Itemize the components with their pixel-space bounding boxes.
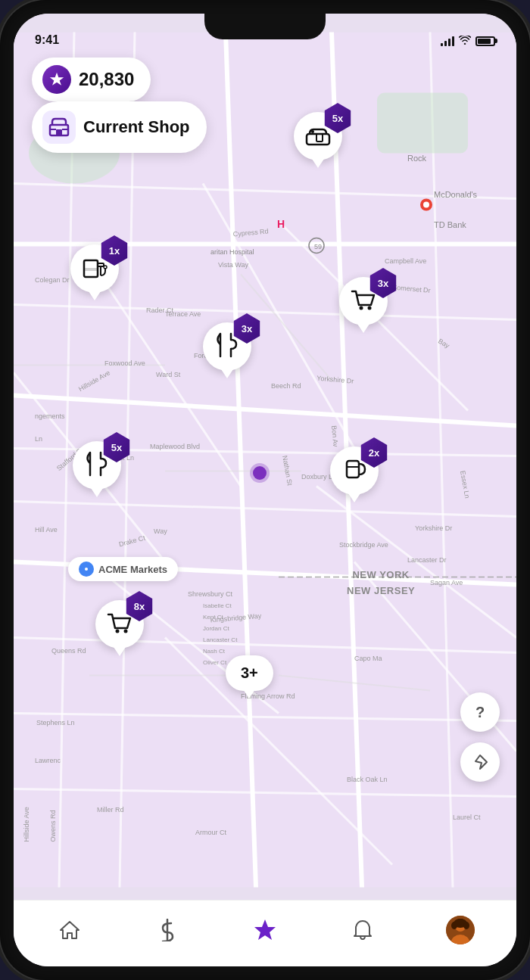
svg-text:Stockbridge Ave: Stockbridge Ave — [339, 541, 388, 549]
svg-text:Foxwood Ave: Foxwood Ave — [104, 359, 145, 367]
bottom-nav — [14, 900, 516, 966]
user-location-dot — [253, 466, 267, 480]
svg-text:Nash Ct: Nash Ct — [203, 648, 226, 655]
svg-text:Sagan Ave: Sagan Ave — [430, 579, 463, 586]
svg-text:Capo Ma: Capo Ma — [354, 655, 382, 662]
svg-text:Stephens Ln: Stephens Ln — [36, 719, 75, 726]
svg-point-114 — [85, 568, 88, 571]
svg-text:Armour Ct: Armour Ct — [195, 829, 227, 836]
map-pin-gas[interactable]: 1x — [70, 244, 119, 293]
svg-text:Jordan Ct: Jordan Ct — [203, 625, 229, 632]
svg-text:Ln: Ln — [35, 435, 42, 443]
shopping-cart-icon — [351, 288, 376, 314]
wifi-icon — [459, 35, 471, 47]
svg-text:Vista Way: Vista Way — [218, 261, 249, 269]
info-bubble-3plus[interactable]: 3+ — [226, 655, 273, 691]
svg-text:ngements: ngements — [35, 412, 65, 420]
svg-text:59: 59 — [314, 243, 322, 250]
map-pin-food2[interactable]: 5x — [73, 441, 121, 490]
map-background: Cypress Rd Beech Rd Foxwood Ave Terrace … — [14, 14, 516, 906]
svg-text:Way: Way — [154, 527, 167, 535]
svg-rect-109 — [347, 461, 359, 478]
svg-rect-97 — [84, 268, 98, 271]
current-shop-label: Current Shop — [83, 117, 190, 137]
status-icons — [441, 35, 495, 47]
svg-text:Colegan Dr: Colegan Dr — [35, 276, 70, 284]
svg-text:Laurel Ct: Laurel Ct — [453, 814, 481, 821]
map-pin-food1[interactable]: 3x — [203, 322, 251, 371]
nav-money[interactable] — [119, 901, 217, 959]
svg-text:Campbell Ave: Campbell Ave — [385, 257, 426, 265]
svg-text:Lancaster Dr: Lancaster Dr — [407, 556, 447, 564]
map-pin-cart1[interactable]: 3x — [339, 277, 388, 325]
svg-point-95 — [311, 130, 314, 133]
battery-icon — [475, 36, 495, 46]
help-button[interactable]: ? — [460, 692, 500, 732]
svg-point-72 — [423, 202, 429, 208]
svg-text:Yorkshire Dr: Yorkshire Dr — [415, 524, 452, 532]
svg-text:Isabelle Ct: Isabelle Ct — [203, 602, 232, 609]
nav-token[interactable] — [217, 901, 314, 959]
points-value: 20,830 — [79, 69, 134, 90]
svg-rect-30 — [377, 93, 468, 154]
svg-point-112 — [124, 630, 128, 633]
shopping-cart-icon-2 — [107, 611, 132, 637]
svg-text:Beech Rd: Beech Rd — [271, 382, 301, 390]
svg-point-100 — [104, 266, 107, 269]
svg-text:Hillside Ave: Hillside Ave — [23, 807, 30, 842]
svg-text:Kent Ct: Kent Ct — [203, 614, 223, 621]
phone-frame: 9:41 — [0, 0, 530, 980]
svg-text:Black Oak Ln: Black Oak Ln — [347, 776, 388, 783]
svg-text:McDonald's: McDonald's — [434, 190, 478, 199]
svg-rect-93 — [307, 134, 329, 145]
signal-icon — [441, 36, 454, 46]
svg-rect-116 — [56, 129, 62, 135]
svg-point-126 — [455, 919, 466, 925]
svg-text:Maplewood Blvd: Maplewood Blvd — [150, 443, 200, 450]
svg-text:H: H — [277, 218, 285, 230]
svg-rect-94 — [316, 134, 323, 142]
nav-bell[interactable] — [313, 901, 411, 959]
profile-avatar — [446, 916, 475, 944]
map-area: Cypress Rd Beech Rd Foxwood Ave Terrace … — [14, 14, 516, 906]
status-time: 9:41 — [35, 33, 59, 47]
acme-markets-label[interactable]: ACME Markets — [68, 557, 178, 581]
svg-text:Lancaster Ct: Lancaster Ct — [203, 636, 238, 643]
notch — [204, 14, 326, 39]
svg-text:Shrewsbury Ct: Shrewsbury Ct — [188, 590, 233, 598]
svg-text:Owens Rd: Owens Rd — [49, 810, 57, 842]
svg-text:Oliver Ct: Oliver Ct — [203, 659, 227, 666]
nav-profile[interactable] — [411, 901, 509, 959]
points-badge[interactable]: 20,830 — [32, 58, 151, 101]
nav-home[interactable] — [21, 901, 119, 959]
svg-text:Hill Ave: Hill Ave — [35, 526, 58, 534]
acme-dot — [79, 562, 94, 577]
svg-text:Rader Ct: Rader Ct — [146, 306, 174, 314]
svg-point-104 — [360, 306, 363, 310]
svg-text:Lawrenc: Lawrenc — [35, 757, 61, 764]
svg-point-111 — [116, 630, 120, 633]
map-pin-beer[interactable]: 2x — [330, 446, 379, 495]
state-label: NEW YORK NEW JERSEY — [347, 568, 415, 599]
token-logo — [42, 65, 71, 94]
svg-text:Ward St: Ward St — [156, 371, 181, 378]
phone-screen: 9:41 — [14, 14, 516, 966]
location-button[interactable] — [460, 742, 500, 782]
svg-text:TD Bank: TD Bank — [434, 220, 466, 229]
svg-text:Miller Rd: Miller Rd — [97, 806, 124, 814]
map-pin-cart2[interactable]: 8x — [95, 600, 144, 649]
svg-text:Rock: Rock — [407, 154, 427, 163]
svg-point-105 — [368, 306, 372, 310]
svg-text:aritan Hospital: aritan Hospital — [210, 248, 254, 256]
shop-icon — [42, 110, 76, 144]
map-pin-sleep[interactable]: 5x — [294, 112, 342, 160]
svg-text:Queens Rd: Queens Rd — [51, 647, 86, 655]
current-shop-button[interactable]: Current Shop — [32, 101, 207, 153]
